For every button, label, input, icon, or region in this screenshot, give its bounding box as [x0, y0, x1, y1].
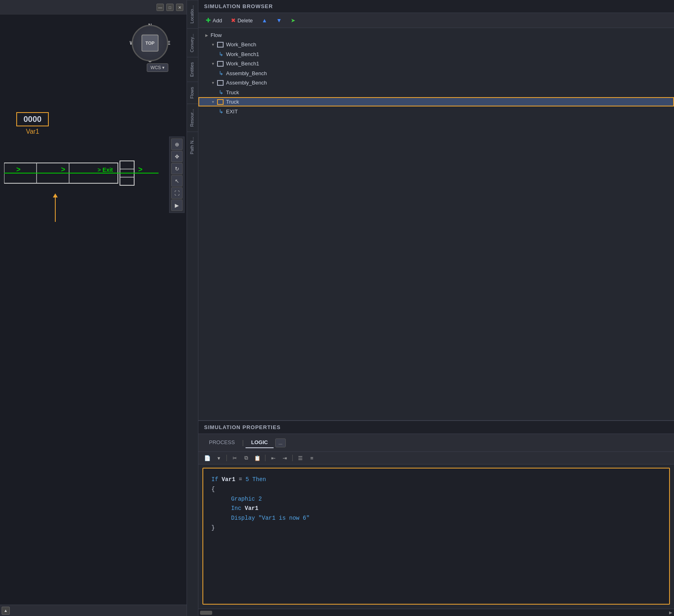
add-label: Add — [213, 17, 222, 24]
tab-process[interactable]: PROCESS — [203, 437, 241, 448]
tree-label: Work_Bench1 — [226, 51, 259, 57]
tree-item-exit-child[interactable]: ↳ EXIT — [198, 106, 674, 116]
code-line-6: } — [211, 523, 661, 533]
sidebar-item-entities[interactable]: Entities — [187, 57, 198, 82]
tab-more-button[interactable]: ... — [275, 438, 286, 447]
child-link-icon: ↳ — [219, 70, 224, 76]
child-link-icon: ↳ — [219, 108, 224, 115]
logic-code-editor[interactable]: If Var1 = 5 Then { Graphic 2 Inc — [202, 468, 670, 605]
tree-item-work-bench1[interactable]: ▼ Work_Bench1 — [198, 59, 674, 68]
browser-toolbar: ✚ Add ✖ Delete ▲ ▼ ➤ — [198, 13, 674, 28]
select-tool-button[interactable]: ↖ — [171, 175, 183, 187]
side-tab-bar: Locatio... Convey... Entities Flows Reso… — [187, 0, 198, 616]
simulation-properties-panel: SIMULATION PROPERTIES PROCESS | LOGIC ..… — [198, 421, 674, 616]
num-5: 5 — [246, 476, 249, 483]
code-doc-button[interactable]: 📄 — [202, 453, 212, 462]
export-button[interactable]: ➤ — [287, 16, 299, 25]
indent-left-button[interactable]: ⇤ — [268, 453, 278, 462]
tree-label: Work_Bench1 — [226, 61, 259, 67]
scroll-up-button[interactable]: ▲ — [2, 607, 10, 615]
box-icon — [217, 61, 224, 67]
fn-display: Display — [231, 515, 255, 521]
pan-tool-button[interactable]: ✥ — [171, 151, 183, 162]
horizontal-scrollbar[interactable]: ▶ — [198, 609, 674, 616]
box-icon — [217, 42, 224, 48]
paste-button[interactable]: 📋 — [252, 453, 262, 462]
string-literal: "Var1 is now 6" — [259, 515, 310, 521]
sidebar-item-locatio[interactable]: Locatio... — [187, 0, 198, 28]
export-icon: ➤ — [291, 17, 296, 24]
expand-arrow-icon: ▼ — [211, 80, 215, 85]
play-tool-button[interactable]: ▶ — [171, 200, 183, 211]
delete-button[interactable]: ✖ Delete — [228, 16, 256, 25]
align-left-button[interactable]: ☰ — [296, 453, 305, 462]
tree-item-assembly-bench-child[interactable]: ↳ Assembly_Bench — [198, 68, 674, 78]
move-up-button[interactable]: ▲ — [259, 16, 271, 25]
code-dropdown-button[interactable]: ▾ — [214, 453, 224, 462]
fn-inc: Inc — [231, 505, 241, 512]
fit-tool-button[interactable]: ⛶ — [171, 187, 183, 199]
variable-name-label: Var1 — [16, 128, 49, 135]
copy-button[interactable]: ⧉ — [241, 453, 251, 462]
close-brace: } — [211, 525, 215, 531]
child-link-icon: ↳ — [219, 89, 224, 95]
variable-value-box: 0000 — [16, 112, 49, 126]
num-2: 2 — [259, 496, 262, 502]
compass-widget[interactable]: N S W E TOP — [130, 23, 170, 63]
keyword-if: If — [211, 476, 218, 483]
var-var1-2: Var1 — [245, 505, 259, 512]
simulation-browser-panel: SIMULATION BROWSER ✚ Add ✖ Delete ▲ ▼ ➤ — [198, 0, 674, 421]
tree-item-truck-child[interactable]: ↳ Truck — [198, 87, 674, 97]
left-viewport-panel: — □ ✕ N S W E TOP WCS ▾ 0000 Var1 — [0, 0, 187, 616]
close-button[interactable]: ✕ — [176, 4, 183, 11]
var-var1: Var1 — [222, 476, 235, 483]
tree-view: ▶ Flow ▼ Work_Bench ↳ Work_Bench1 ▼ Work… — [198, 28, 674, 420]
svg-text:>: > — [138, 165, 143, 174]
wcs-button[interactable]: WCS ▾ — [147, 63, 168, 72]
svg-text:> Exit: > Exit — [98, 167, 113, 173]
toolbar-divider — [265, 455, 265, 461]
3d-viewport[interactable]: N S W E TOP WCS ▾ 0000 Var1 — [0, 15, 187, 605]
rotate-tool-button[interactable]: ↻ — [171, 163, 183, 174]
code-toolbar: 📄 ▾ ✂ ⧉ 📋 ⇤ ⇥ ☰ ≡ — [198, 452, 674, 464]
cut-button[interactable]: ✂ — [230, 453, 239, 462]
tree-expand-icon: ▶ — [204, 33, 209, 38]
fn-graphic: Graphic — [231, 496, 255, 502]
compass-top-button[interactable]: TOP — [141, 35, 159, 52]
expand-arrow-icon: ▼ — [211, 42, 215, 47]
compass-ring: TOP — [132, 25, 168, 61]
scroll-right-arrow[interactable]: ▶ — [669, 610, 672, 615]
tree-item-assembly-bench[interactable]: ▼ Assembly_Bench — [198, 78, 674, 87]
sidebar-item-path-n[interactable]: Path N... — [187, 132, 198, 159]
left-panel-scrollbar: ▲ — [0, 605, 187, 616]
list-button[interactable]: ≡ — [307, 453, 317, 462]
tree-item-work-bench1-child[interactable]: ↳ Work_Bench1 — [198, 49, 674, 59]
sidebar-item-resour[interactable]: Resour... — [187, 104, 198, 132]
indent-right-button[interactable]: ⇥ — [280, 453, 289, 462]
add-button[interactable]: ✚ Add — [202, 15, 225, 25]
tab-logic[interactable]: LOGIC — [246, 437, 274, 448]
sidebar-item-flows[interactable]: Flows — [187, 82, 198, 104]
expand-arrow-icon: ▼ — [211, 100, 215, 104]
delete-icon: ✖ — [231, 17, 236, 24]
tree-item-work-bench[interactable]: ▼ Work_Bench — [198, 40, 674, 49]
sidebar-item-convey[interactable]: Convey... — [187, 28, 198, 57]
viewport-toolbar: ⊕ ✥ ↻ ↖ ⛶ ▶ — [169, 137, 185, 213]
code-line-1: If Var1 = 5 Then — [211, 475, 661, 485]
tree-root-flow[interactable]: ▶ Flow — [198, 30, 674, 40]
maximize-button[interactable]: □ — [166, 4, 174, 11]
svg-text:>: > — [16, 165, 21, 174]
child-link-icon: ↳ — [219, 51, 224, 57]
delete-label: Delete — [237, 17, 253, 24]
window-titlebar: — □ ✕ — [0, 0, 187, 15]
orange-up-arrow — [53, 193, 58, 222]
svg-rect-6 — [120, 177, 134, 185]
toolbar-divider — [292, 455, 293, 461]
tree-item-truck[interactable]: ▼ Truck — [198, 97, 674, 106]
tree-label: EXIT — [226, 108, 238, 115]
tree-label: Assembly_Bench — [226, 70, 267, 76]
minimize-button[interactable]: — — [157, 4, 164, 11]
zoom-tool-button[interactable]: ⊕ — [171, 139, 183, 150]
tab-divider: | — [242, 439, 244, 447]
move-down-button[interactable]: ▼ — [273, 16, 285, 25]
